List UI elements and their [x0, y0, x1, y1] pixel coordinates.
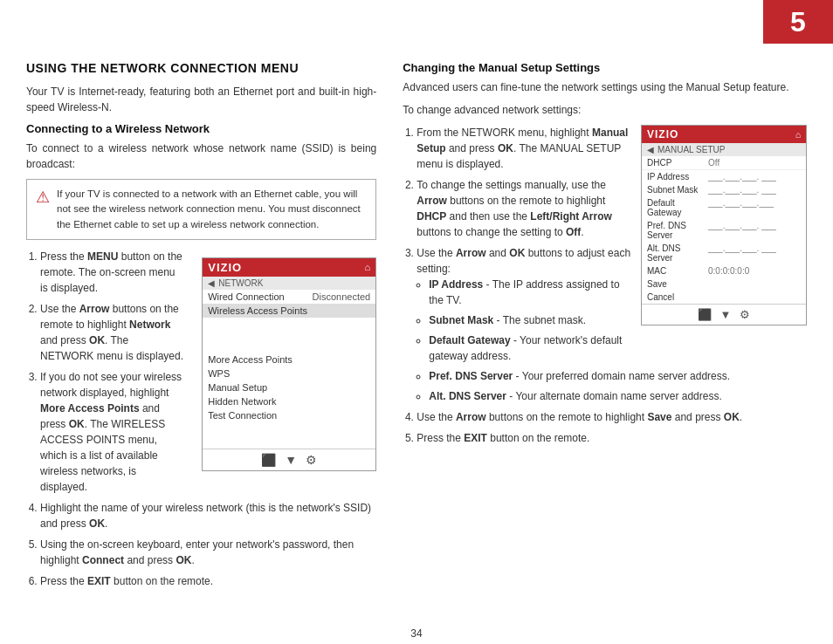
- tv-manual-row-save: Save: [642, 277, 806, 291]
- step-5: Using the on-screen keyboard, enter your…: [40, 537, 376, 568]
- right-section-title: Changing the Manual Setup Settings: [403, 61, 807, 74]
- section1-intro: To connect to a wireless network whose n…: [26, 140, 376, 172]
- tv-back-icon-right: ◀: [647, 145, 654, 154]
- tv-subheader-left: ◀ NETWORK: [203, 277, 375, 290]
- tv-manual-gear-icon: ⚙: [740, 308, 750, 321]
- left-title: USING THE NETWORK CONNECTION MENU: [26, 61, 376, 75]
- tv-row-wps: WPS: [203, 367, 375, 380]
- step-6: Press the EXIT button on the remote.: [40, 573, 376, 589]
- tv-manual-row-dhcp: DHCP Off: [642, 156, 806, 169]
- tv-row-hidden: Hidden Network: [203, 394, 375, 408]
- warning-box: ⚠ If your TV is connected to a network w…: [26, 179, 376, 240]
- tv-manual-row-subnet: Subnet Mask ___.___.___. ___: [642, 183, 806, 196]
- tv-manual-row-cancel: Cancel: [642, 291, 806, 304]
- right-step-4: Use the Arrow buttons on the remote to h…: [416, 409, 807, 425]
- banner-number: 5: [790, 6, 806, 38]
- tv-footer-left: ⬛ ▼ ⚙: [203, 449, 375, 470]
- right-column: Changing the Manual Setup Settings Advan…: [403, 61, 807, 618]
- main-content: USING THE NETWORK CONNECTION MENU Your T…: [0, 44, 833, 627]
- tv-manual-row-ip: IP Address ___.___.___. ___: [642, 170, 806, 183]
- right-steps-intro: To change advanced network settings:: [403, 102, 807, 118]
- tv-bottom-space: [203, 422, 375, 449]
- page-number: 34: [0, 627, 833, 640]
- left-intro: Your TV is Internet-ready, featuring bot…: [26, 84, 376, 115]
- tv-row-more-access: More Access Points: [203, 353, 375, 367]
- tv-manual-header: VIZIO ⌂: [642, 126, 806, 143]
- setting-alt-dns: Alt. DNS Server - Your alternate domain …: [429, 388, 807, 404]
- warning-text: If your TV is connected to a network wit…: [57, 187, 367, 232]
- tv-row-wired: Wired Connection Disconnected: [203, 290, 375, 304]
- page-number-text: 34: [410, 627, 422, 640]
- tv-header-left: VIZIO ⌂: [203, 258, 375, 277]
- tv-gear-icon: ⚙: [306, 453, 317, 467]
- tv-home-icon: ⌂: [365, 262, 371, 272]
- vizio-logo-right: VIZIO: [647, 128, 678, 140]
- tv-manual-row-alt-dns: Alt. DNSServer ___.___.___. ___: [642, 242, 806, 264]
- step-4: Highlight the name of your wireless netw…: [40, 500, 376, 531]
- tv-down-icon: ▼: [285, 453, 297, 467]
- tv-home-icon-right: ⌂: [795, 129, 801, 140]
- tv-empty-space: [203, 318, 375, 353]
- tv-manual-down-icon: ▼: [720, 308, 732, 321]
- warning-icon: ⚠: [36, 188, 50, 207]
- tv-manual-screen: VIZIO ⌂ ◀ MANUAL SETUP DHCP Off IP Addre…: [641, 125, 807, 325]
- tv-screen-icon: ⬛: [261, 453, 276, 467]
- tv-manual-row-mac: MAC 0:0:0:0:0:0: [642, 264, 806, 277]
- tv-manual-row-pref-dns: Pref. DNSServer ___.___.___. ___: [642, 219, 806, 242]
- left-column: USING THE NETWORK CONNECTION MENU Your T…: [26, 61, 385, 618]
- tv-back-icon: ◀: [208, 278, 215, 288]
- tv-screen-left: VIZIO ⌂ ◀ NETWORK Wired Connection Disco…: [202, 257, 376, 471]
- tv-manual-footer: ⬛ ▼ ⚙: [642, 304, 806, 325]
- vizio-logo-left: VIZIO: [208, 261, 242, 274]
- setting-gateway: Default Gateway - Your network's default…: [429, 332, 807, 364]
- tv-manual-screen-icon: ⬛: [698, 308, 712, 321]
- tv-row-manual-setup: Manual Setup: [203, 380, 375, 394]
- tv-manual-row-gateway: DefaultGateway ___.___.___.___: [642, 196, 806, 219]
- section1-title: Connecting to a Wireless Network: [26, 122, 376, 135]
- tv-row-wireless: Wireless Access Points: [203, 304, 375, 318]
- setting-pref-dns: Pref. DNS Server - Your preferred domain…: [429, 368, 807, 384]
- tv-row-test: Test Connection: [203, 408, 375, 422]
- right-step-5: Press the EXIT button on the remote.: [416, 430, 807, 446]
- right-section-intro: Advanced users can fine-tune the network…: [403, 79, 807, 95]
- tv-manual-subheader: ◀ MANUAL SETUP: [642, 143, 806, 156]
- page-banner: 5: [763, 0, 833, 44]
